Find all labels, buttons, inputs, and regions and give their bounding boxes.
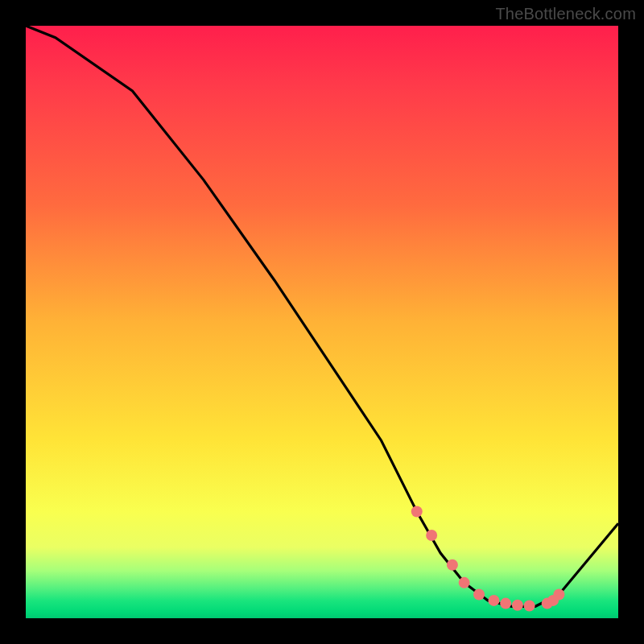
curve-line bbox=[26, 26, 618, 606]
marker-dot bbox=[459, 577, 470, 588]
marker-dot bbox=[553, 589, 564, 601]
marker-dot bbox=[524, 601, 535, 612]
marker-dot bbox=[447, 559, 458, 571]
watermark-text: TheBottleneck.com bbox=[495, 5, 636, 23]
marker-dot bbox=[411, 506, 423, 518]
marker-group bbox=[411, 506, 565, 612]
marker-dot bbox=[488, 595, 499, 606]
plot-area bbox=[26, 26, 618, 618]
marker-dot bbox=[512, 600, 523, 611]
marker-dot bbox=[500, 598, 511, 609]
marker-dot bbox=[426, 530, 437, 541]
chart-svg bbox=[26, 26, 618, 618]
marker-dot bbox=[473, 589, 485, 601]
chart-frame: TheBottleneck.com bbox=[0, 0, 644, 644]
